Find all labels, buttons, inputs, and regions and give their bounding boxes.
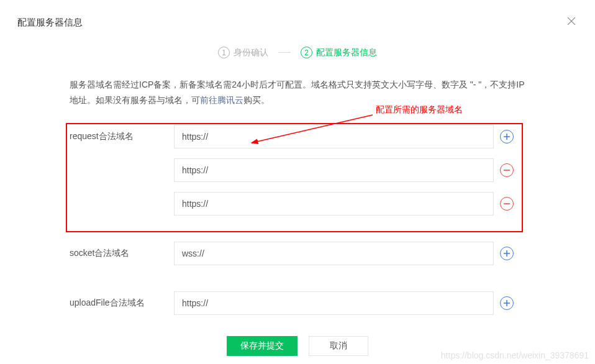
socket-domain-label: socket合法域名 (70, 242, 174, 259)
step-indicator: 1 身份确认 2 配置服务器信息 (0, 42, 595, 77)
plus-icon (504, 250, 510, 257)
annotation-text: 配置所需的服务器域名 (376, 104, 463, 116)
request-domain-label: request合法域名 (70, 125, 174, 142)
close-button[interactable] (565, 15, 578, 30)
close-icon (565, 15, 578, 27)
request-domain-input-3[interactable] (174, 192, 494, 216)
dialog-title: 配置服务器信息 (17, 17, 83, 29)
step-divider (278, 52, 291, 53)
socket-domain-input[interactable] (174, 242, 494, 265)
step-2-label: 配置服务器信息 (316, 47, 377, 58)
add-uploadfile-domain-button[interactable] (500, 296, 514, 310)
step-1-label: 身份确认 (234, 47, 268, 58)
request-domain-input-2[interactable] (174, 158, 494, 182)
uploadfile-domain-label: uploadFile合法域名 (70, 291, 174, 309)
description-text: 服务器域名需经过ICP备案，新备案域名需24小时后才可配置。域名格式只支持英文大… (70, 77, 525, 107)
minus-icon (504, 167, 510, 173)
add-domain-button[interactable] (500, 130, 514, 143)
remove-domain-button-2[interactable] (500, 163, 514, 177)
save-submit-button[interactable]: 保存并提交 (227, 336, 298, 356)
tencent-cloud-link[interactable]: 前往腾讯云 (200, 95, 243, 105)
step-2: 2 配置服务器信息 (301, 47, 377, 58)
request-domain-input-1[interactable] (174, 125, 494, 148)
plus-icon (504, 300, 510, 306)
step-2-num: 2 (301, 47, 312, 58)
step-1: 1 身份确认 (218, 47, 268, 58)
step-1-num: 1 (218, 47, 230, 58)
cancel-button[interactable]: 取消 (309, 336, 368, 356)
minus-icon (504, 201, 510, 207)
watermark: https://blog.csdn.net/weixin_39378691 (441, 350, 589, 360)
uploadfile-domain-input[interactable] (174, 291, 494, 315)
remove-domain-button-3[interactable] (500, 197, 514, 211)
plus-icon (504, 134, 510, 140)
add-socket-domain-button[interactable] (500, 247, 514, 260)
